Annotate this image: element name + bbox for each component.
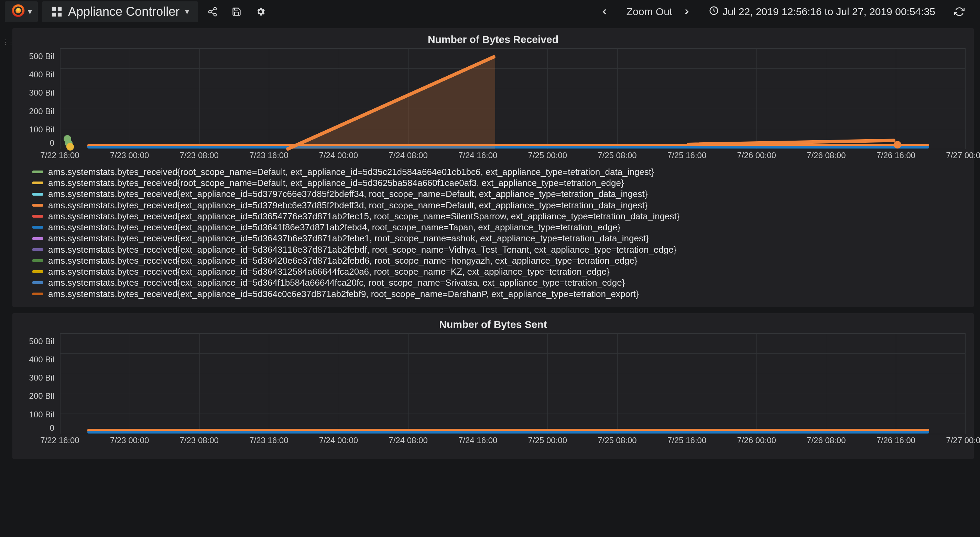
title-caret-icon: ▾: [185, 7, 189, 16]
x-tick: 7/24 00:00: [319, 435, 358, 445]
y-tick: 400 Bil: [21, 355, 56, 364]
svg-rect-2: [52, 13, 56, 16]
time-next-button[interactable]: [678, 3, 695, 20]
x-tick: 7/25 08:00: [598, 435, 636, 445]
x-tick: 7/24 08:00: [388, 435, 427, 445]
x-tick: 7/23 08:00: [180, 435, 219, 445]
svg-point-4: [214, 8, 216, 10]
legend-item[interactable]: ams.systemstats.bytes_received{root_scop…: [32, 167, 954, 177]
legend-swatch: [32, 237, 43, 240]
y-tick: 500 Bil: [21, 52, 56, 61]
row-drag-handle-icon[interactable]: ⋮⋮: [2, 38, 13, 46]
series-line: [88, 146, 929, 149]
panel-title[interactable]: Number of Bytes Sent: [16, 317, 970, 333]
chart-area[interactable]: 500 Bil 400 Bil 300 Bil 200 Bil 100 Bil …: [21, 333, 966, 446]
logo-caret-icon: ▾: [28, 7, 32, 16]
legend-swatch: [32, 259, 43, 262]
legend-swatch: [32, 281, 43, 284]
legend-label: ams.systemstats.bytes_received{root_scop…: [48, 167, 654, 177]
data-point: [894, 141, 901, 149]
x-axis: 7/22 16:007/23 00:007/23 08:007/23 16:00…: [60, 151, 966, 161]
legend-item[interactable]: ams.systemstats.bytes_received{root_scop…: [32, 177, 954, 188]
x-tick: 7/24 16:00: [458, 151, 497, 160]
svg-rect-3: [58, 13, 62, 16]
legend-label: ams.systemstats.bytes_received{root_scop…: [48, 177, 624, 188]
x-tick: 7/22 16:00: [40, 435, 79, 445]
legend-label: ams.systemstats.bytes_received{ext_appli…: [48, 233, 649, 244]
y-tick: 300 Bil: [21, 373, 56, 383]
legend-label: ams.systemstats.bytes_received{ext_appli…: [48, 188, 648, 199]
legend-label: ams.systemstats.bytes_received{ext_appli…: [48, 277, 625, 288]
legend-swatch: [32, 204, 43, 207]
settings-button[interactable]: [252, 3, 269, 20]
dashboard-icon: [51, 6, 63, 17]
panel-title[interactable]: Number of Bytes Received: [16, 32, 970, 48]
legend-item[interactable]: ams.systemstats.bytes_received{ext_appli…: [32, 200, 954, 211]
x-tick: 7/26 08:00: [807, 151, 846, 160]
svg-rect-0: [52, 7, 56, 11]
x-tick: 7/24 08:00: [388, 151, 427, 160]
y-tick: 300 Bil: [21, 88, 56, 98]
x-tick: 7/23 00:00: [110, 435, 149, 445]
legend-label: ams.systemstats.bytes_received{ext_appli…: [48, 211, 679, 222]
y-tick: 0: [21, 423, 56, 433]
x-tick: 7/26 00:00: [737, 151, 776, 160]
dashboard-picker[interactable]: Appliance Controller ▾: [42, 2, 198, 22]
legend-label: ams.systemstats.bytes_received{ext_appli…: [48, 222, 620, 233]
x-tick: 7/22 16:00: [40, 151, 79, 160]
x-tick: 7/25 00:00: [528, 151, 567, 160]
data-point: [66, 143, 74, 151]
dashboard-body: Number of Bytes Received 500 Bil 400 Bil…: [0, 23, 980, 471]
y-tick: 200 Bil: [21, 391, 56, 401]
x-tick: 7/24 00:00: [319, 151, 358, 160]
grafana-logo-button[interactable]: ▾: [5, 2, 38, 22]
legend-item[interactable]: ams.systemstats.bytes_received{ext_appli…: [32, 277, 954, 288]
plot-area[interactable]: [60, 48, 966, 149]
legend-item[interactable]: ams.systemstats.bytes_received{ext_appli…: [32, 288, 954, 299]
zoom-out-button[interactable]: Zoom Out: [627, 6, 672, 17]
legend-swatch: [32, 215, 43, 218]
refresh-button[interactable]: [951, 3, 967, 20]
chart-area[interactable]: 500 Bil 400 Bil 300 Bil 200 Bil 100 Bil …: [21, 48, 966, 161]
plot-area[interactable]: [60, 333, 966, 434]
save-button[interactable]: [228, 3, 245, 20]
legend: ams.systemstats.bytes_received{root_scop…: [16, 161, 970, 302]
y-tick: 100 Bil: [21, 410, 56, 419]
x-tick: 7/25 08:00: [598, 151, 636, 160]
x-tick: 7/26 08:00: [807, 435, 846, 445]
legend-swatch: [32, 226, 43, 229]
x-tick: 7/24 16:00: [458, 435, 497, 445]
y-tick: 100 Bil: [21, 125, 56, 134]
x-tick: 7/25 16:00: [667, 435, 706, 445]
legend-label: ams.systemstats.bytes_received{ext_appli…: [48, 200, 648, 211]
legend-item[interactable]: ams.systemstats.bytes_received{ext_appli…: [32, 233, 954, 244]
legend-swatch: [32, 170, 43, 173]
x-tick: 7/27 00:00: [946, 151, 980, 160]
y-tick: 400 Bil: [21, 70, 56, 79]
legend-item[interactable]: ams.systemstats.bytes_received{ext_appli…: [32, 222, 954, 233]
x-tick: 7/25 00:00: [528, 435, 567, 445]
legend-item[interactable]: ams.systemstats.bytes_received{ext_appli…: [32, 255, 954, 266]
panel-bytes-sent: Number of Bytes Sent 500 Bil 400 Bil 300…: [13, 313, 974, 459]
x-tick: 7/26 00:00: [737, 435, 776, 445]
grafana-logo-icon: [11, 3, 26, 20]
legend-item[interactable]: ams.systemstats.bytes_received{ext_appli…: [32, 188, 954, 199]
legend-item[interactable]: ams.systemstats.bytes_received{ext_appli…: [32, 244, 954, 255]
x-tick: 7/23 00:00: [110, 151, 149, 160]
top-navbar: ▾ Appliance Controller ▾ Zoom Out Jul 22…: [0, 0, 980, 23]
y-tick: 0: [21, 138, 56, 148]
x-tick: 7/25 16:00: [667, 151, 706, 160]
time-range-picker[interactable]: Jul 22, 2019 12:56:16 to Jul 27, 2019 00…: [709, 5, 935, 18]
legend-item[interactable]: ams.systemstats.bytes_received{ext_appli…: [32, 266, 954, 277]
legend: [16, 446, 970, 453]
time-prev-button[interactable]: [596, 3, 613, 20]
x-tick: 7/23 16:00: [249, 151, 288, 160]
y-tick: 500 Bil: [21, 337, 56, 346]
legend-swatch: [32, 270, 43, 273]
y-axis: 500 Bil 400 Bil 300 Bil 200 Bil 100 Bil …: [21, 333, 56, 434]
x-tick: 7/23 08:00: [180, 151, 219, 160]
x-tick: 7/23 16:00: [249, 435, 288, 445]
legend-item[interactable]: ams.systemstats.bytes_received{ext_appli…: [32, 211, 954, 222]
y-axis: 500 Bil 400 Bil 300 Bil 200 Bil 100 Bil …: [21, 48, 56, 149]
share-button[interactable]: [204, 3, 221, 20]
